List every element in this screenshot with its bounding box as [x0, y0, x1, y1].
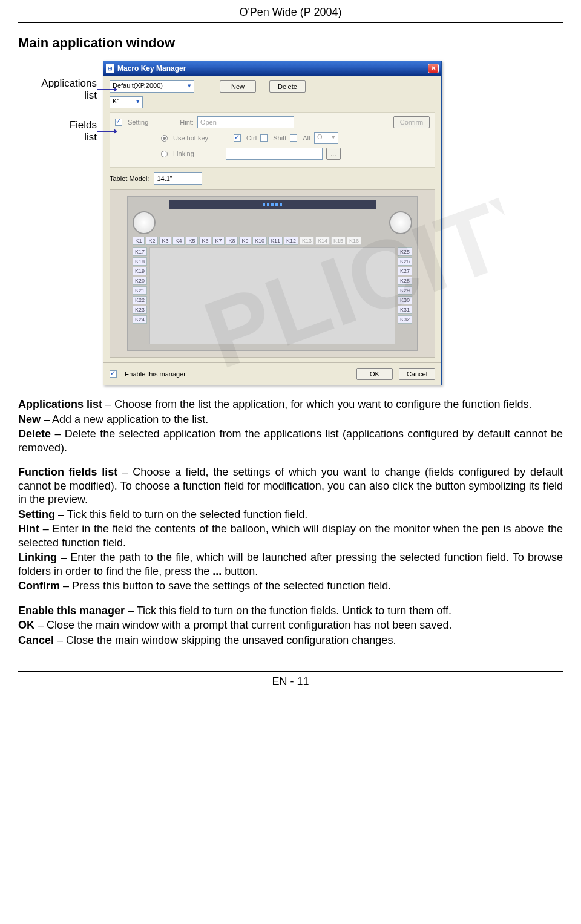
use-hotkey-label: Use hot key	[173, 134, 208, 142]
definition: – Close the main window skipping the uns…	[54, 634, 396, 646]
close-button[interactable]: ✕	[428, 64, 439, 73]
k-button[interactable]: K26	[398, 257, 412, 266]
k-button[interactable]: K5	[186, 237, 198, 245]
callout-label: list	[84, 131, 97, 143]
tablet-indicator-bar	[169, 200, 376, 209]
k-button[interactable]: K23	[133, 306, 147, 314]
k-button[interactable]: K13	[300, 237, 314, 245]
k-button[interactable]: K16	[347, 237, 361, 245]
k-button[interactable]: K20	[133, 277, 147, 285]
k-button[interactable]: K21	[133, 286, 147, 295]
tablet-model-input[interactable]	[154, 172, 202, 185]
k-row-top: K1K2K3K4K5K6K7K8K9K10K11K12K13K14K15K16	[133, 237, 412, 245]
definition: – Delete the selected application from t…	[18, 428, 563, 454]
term: Hint	[18, 523, 39, 535]
term: Applications list	[18, 398, 102, 410]
k-button[interactable]: K27	[398, 267, 412, 275]
callout-label: list	[84, 90, 97, 101]
use-hotkey-radio[interactable]	[161, 135, 168, 142]
chevron-down-icon: ▾	[136, 97, 140, 105]
enable-manager-checkbox[interactable]	[110, 370, 117, 378]
k-button[interactable]: K14	[315, 237, 330, 245]
k-button[interactable]: K6	[199, 237, 211, 245]
k-button[interactable]: K25	[398, 247, 412, 256]
k-button[interactable]: K15	[331, 237, 346, 245]
tablet-preview: K1K2K3K4K5K6K7K8K9K10K11K12K13K14K15K16 …	[110, 189, 435, 358]
titlebar[interactable]: ⊞ Macro Key Manager ✕	[103, 61, 441, 76]
confirm-button[interactable]: Confirm	[393, 116, 430, 128]
term: OK	[18, 619, 34, 631]
k-col-right: K25K26K27K28K29K30K31K32	[398, 247, 412, 344]
k-button[interactable]: K30	[398, 296, 412, 304]
alt-checkbox[interactable]	[290, 134, 297, 142]
definition: – Enter the path to the file, which will…	[18, 551, 563, 577]
shift-checkbox[interactable]	[260, 134, 268, 142]
chevron-down-icon: ▾	[332, 133, 335, 141]
k-button[interactable]: K24	[133, 315, 147, 324]
ok-button[interactable]: OK	[356, 368, 393, 380]
k-button[interactable]: K32	[398, 315, 412, 324]
k-button[interactable]: K7	[212, 237, 225, 245]
browse-button[interactable]: ...	[326, 148, 341, 160]
k-button[interactable]: K28	[398, 277, 412, 285]
definition: – Press this button to save the settings…	[60, 580, 391, 592]
settings-panel: Setting Hint: Confirm Use hot key Ctrl S	[110, 112, 435, 168]
hint-input[interactable]	[197, 116, 294, 128]
window-title: Macro Key Manager	[117, 64, 428, 73]
arrow-icon	[97, 89, 115, 90]
alt-label: Alt	[303, 134, 310, 142]
term: Delete	[18, 428, 51, 440]
hint-label: Hint:	[180, 119, 194, 126]
chevron-down-icon: ▾	[188, 82, 191, 90]
tablet-model-label: Tablet Model:	[110, 175, 149, 182]
select-value: K1	[113, 97, 120, 105]
hotkey-select[interactable]: O ▾	[314, 132, 338, 144]
speaker-icon	[389, 211, 412, 234]
setting-label: Setting	[128, 119, 148, 126]
k-button[interactable]: K11	[268, 237, 283, 245]
k-button[interactable]: K29	[398, 286, 412, 295]
definition: – Choose from the list the application, …	[102, 398, 531, 410]
k-button[interactable]: K9	[239, 237, 251, 245]
linking-radio[interactable]	[161, 151, 168, 157]
applications-select[interactable]: Default(XP,2000) ▾	[110, 80, 194, 93]
k-button[interactable]: K2	[146, 237, 158, 245]
k-button[interactable]: K10	[252, 237, 267, 245]
k-button[interactable]: K22	[133, 296, 147, 304]
linking-input[interactable]	[226, 148, 323, 160]
doc-header: O'Pen Wide (P 2004)	[18, 0, 563, 21]
k-button[interactable]: K19	[133, 267, 147, 275]
delete-button[interactable]: Delete	[269, 80, 306, 93]
k-button[interactable]: K3	[159, 237, 171, 245]
footer-rule	[18, 671, 563, 672]
k-button[interactable]: K12	[284, 237, 298, 245]
setting-checkbox[interactable]	[115, 119, 122, 126]
shift-label: Shift	[273, 134, 286, 142]
macro-key-manager-window: ⊞ Macro Key Manager ✕ Default(XP,2000) ▾…	[103, 61, 442, 385]
definition: – Add a new application to the list.	[41, 413, 208, 425]
fields-select[interactable]: K1 ▾	[110, 96, 143, 108]
cancel-button[interactable]: Cancel	[399, 368, 435, 380]
definition: – Enter in the field the contents of the…	[18, 523, 563, 549]
term: Enable this manager	[18, 605, 125, 617]
term: Linking	[18, 551, 57, 563]
tablet-surface[interactable]	[149, 247, 395, 344]
select-value: O	[317, 133, 323, 140]
term: Function fields list	[18, 466, 117, 478]
term: Confirm	[18, 580, 60, 592]
header-rule	[18, 22, 563, 23]
k-button[interactable]: K17	[133, 247, 147, 256]
new-button[interactable]: New	[220, 80, 256, 93]
k-button[interactable]: K31	[398, 306, 412, 314]
definition: – Tick this field to turn on the functio…	[125, 605, 451, 617]
k-button[interactable]: K18	[133, 257, 147, 266]
ctrl-checkbox[interactable]	[234, 134, 241, 142]
k-button[interactable]: K4	[172, 237, 185, 245]
callout-label: Fields	[70, 119, 97, 131]
term: Cancel	[18, 634, 54, 646]
linking-label: Linking	[173, 150, 194, 157]
k-button[interactable]: K1	[133, 237, 145, 245]
k-button[interactable]: K8	[226, 237, 238, 245]
definition: – Tick this field to turn on the selecte…	[55, 508, 307, 520]
body-text: Applications list – Choose from the list…	[18, 398, 563, 647]
